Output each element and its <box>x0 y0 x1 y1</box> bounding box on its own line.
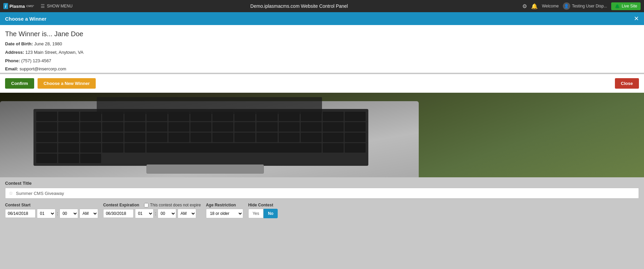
live-site-button[interactable]: 🌲 Live Site <box>611 2 641 10</box>
contest-start-label: Contest Start <box>5 203 98 207</box>
hide-contest-toggle: Yes No <box>248 209 278 218</box>
dob-value-text: June 28, 1980 <box>34 41 62 46</box>
user-display-name: Testing User Disp... <box>572 4 607 8</box>
contest-start-group: Contest Start 01020304 05060708 09101112… <box>5 203 98 218</box>
address-label: Address: <box>5 50 24 55</box>
age-restriction-select[interactable]: 18 or older No Restriction 13 or older 2… <box>206 209 243 218</box>
phone-label: Phone: <box>5 58 20 63</box>
welcome-text: Welcome <box>542 4 559 8</box>
form-section: Contest Title ☆ Summer CMS Giveaway Cont… <box>0 177 644 222</box>
phone-value-text: (757) 123-4567 <box>21 58 51 63</box>
winner-heading: The Winner is... Jane Doe <box>5 30 639 38</box>
email-label: Email: <box>5 66 18 71</box>
hamburger-icon: ☰ <box>41 3 45 9</box>
modal-header: Choose a Winner ✕ <box>0 12 644 25</box>
contest-title-value: Summer CMS Giveaway <box>16 191 64 196</box>
contest-exp-ampm-select[interactable]: AMPM <box>178 209 196 218</box>
winner-email: Email: support@insercorp.com <box>5 66 639 73</box>
form-dates-row: Contest Start 01020304 05060708 09101112… <box>5 203 639 218</box>
modal-body: The Winner is... Jane Doe Date of Birth:… <box>0 25 644 73</box>
no-expire-label[interactable]: This contest does not expire <box>144 203 201 207</box>
show-menu-label: SHOW MENU <box>47 4 72 8</box>
contest-start-datetime: 01020304 05060708 09101112 : 00153045 AM… <box>5 209 98 218</box>
expiration-label-row: Contest Expiration This contest does not… <box>103 203 201 207</box>
confirm-button[interactable]: Confirm <box>5 78 34 89</box>
site-title: Demo.iplasmacms.com Website Control Pane… <box>76 3 522 9</box>
contest-expiration-group: Contest Expiration This contest does not… <box>103 203 201 218</box>
close-button[interactable]: Close <box>615 78 639 89</box>
modal-actions: Confirm Choose a New Winner Close <box>0 74 644 93</box>
choose-new-winner-button[interactable]: Choose a New Winner <box>38 78 96 89</box>
contest-start-min-select[interactable]: 00153045 <box>60 209 78 218</box>
exp-time-colon: : <box>155 211 156 216</box>
contest-exp-hour-select[interactable]: 01020304 05060708 09101112 <box>135 209 154 218</box>
tools-icon[interactable]: ⚙ <box>522 3 527 9</box>
email-value-text: support@insercorp.com <box>20 66 66 71</box>
show-menu-button[interactable]: ☰ SHOW MENU <box>37 2 76 10</box>
no-expire-checkbox[interactable] <box>144 203 148 207</box>
hide-contest-label: Hide Contest <box>248 203 278 207</box>
contest-start-ampm-select[interactable]: AMPM <box>79 209 98 218</box>
contest-exp-date-input[interactable] <box>103 209 134 218</box>
star-icon: ☆ <box>9 190 13 196</box>
top-navbar: i PlasmaCMS² ☰ SHOW MENU Demo.iplasmacms… <box>0 0 644 12</box>
laptop-image-area <box>0 93 644 177</box>
hide-contest-yes-button[interactable]: Yes <box>248 209 264 218</box>
live-site-label: Live Site <box>622 4 637 8</box>
modal-header-close-button[interactable]: ✕ <box>634 16 639 22</box>
user-menu[interactable]: 👤 Testing User Disp... <box>563 2 607 10</box>
contest-title-field-wrapper: ☆ Summer CMS Giveaway <box>5 188 639 199</box>
start-time-colon: : <box>57 211 58 216</box>
bell-icon[interactable]: 🔔 <box>531 3 538 9</box>
hide-contest-group: Hide Contest Yes No <box>248 203 278 218</box>
contest-title-section-label: Contest Title <box>5 181 639 186</box>
contest-expiration-label: Contest Expiration <box>103 203 139 207</box>
contest-start-date-input[interactable] <box>5 209 36 218</box>
logo-cms: CMS² <box>26 4 34 8</box>
address-value-text: 123 Main Street, Anytown, VA <box>25 50 84 55</box>
contest-start-hour-select[interactable]: 01020304 05060708 09101112 <box>37 209 55 218</box>
logo-plasma: Plasma <box>9 4 25 9</box>
age-restriction-label: Age Restriction <box>206 203 243 207</box>
modal-title: Choose a Winner <box>5 16 46 22</box>
logo-i: i <box>3 3 8 9</box>
winner-dob: Date of Birth: June 28, 1980 <box>5 41 639 48</box>
winner-phone: Phone: (757) 123-4567 <box>5 58 639 65</box>
hide-contest-no-button[interactable]: No <box>263 209 278 218</box>
age-restriction-group: Age Restriction 18 or older No Restricti… <box>206 203 243 218</box>
nav-right: ⚙ 🔔 Welcome 👤 Testing User Disp... 🌲 Liv… <box>522 2 641 10</box>
logo: i PlasmaCMS² <box>3 3 34 9</box>
winner-address: Address: 123 Main Street, Anytown, VA <box>5 49 639 56</box>
dob-label: Date of Birth: <box>5 41 33 46</box>
tree-icon: 🌲 <box>615 4 620 9</box>
no-expire-text: This contest does not expire <box>150 203 201 207</box>
contest-exp-min-select[interactable]: 00153045 <box>158 209 176 218</box>
contest-expiration-datetime: 01020304 05060708 09101112 : 00153045 AM… <box>103 209 201 218</box>
avatar: 👤 <box>563 2 570 10</box>
